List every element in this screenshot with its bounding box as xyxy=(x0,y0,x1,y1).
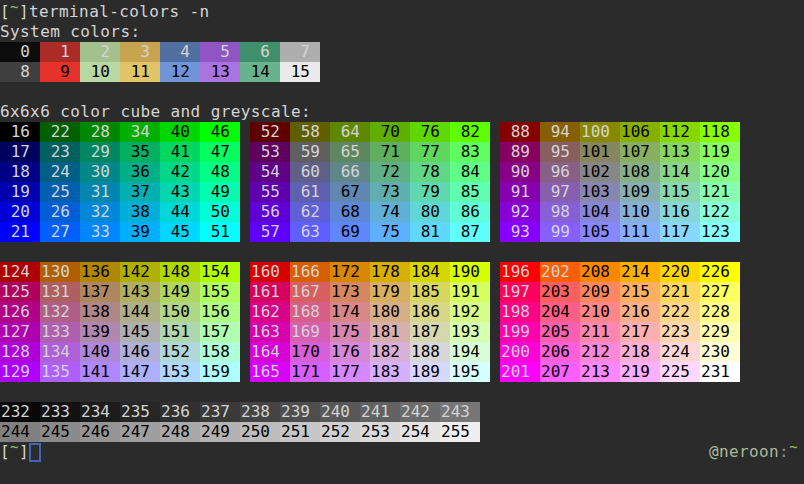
color-cell-235: 235 xyxy=(120,402,160,422)
cube-row: 125131137143149155 xyxy=(0,282,240,302)
color-cell-129: 129 xyxy=(0,362,40,382)
color-cell-210: 210 xyxy=(580,302,620,322)
color-cell-77: 77 xyxy=(410,142,450,162)
color-cell-231: 231 xyxy=(700,362,740,382)
blank-line xyxy=(0,82,804,102)
color-cell-159: 159 xyxy=(200,362,240,382)
color-cell-224: 224 xyxy=(660,342,700,362)
cube-row: 162228344046 xyxy=(0,122,240,142)
color-cell-160: 160 xyxy=(250,262,290,282)
color-cell-46: 46 xyxy=(200,122,240,142)
color-cell-61: 61 xyxy=(290,182,330,202)
color-cell-217: 217 xyxy=(620,322,660,342)
color-cell-237: 237 xyxy=(200,402,240,422)
color-cell-118: 118 xyxy=(700,122,740,142)
prompt-bracket-open: [ xyxy=(0,2,10,21)
greyscale-row: 244245246247248249250251252253254255 xyxy=(0,422,804,442)
color-cell-98: 98 xyxy=(540,202,580,222)
color-cell-196: 196 xyxy=(500,262,540,282)
color-cell-5: 5 xyxy=(200,42,240,62)
color-cell-126: 126 xyxy=(0,302,40,322)
color-cell-66: 66 xyxy=(330,162,370,182)
terminal-screen: [~]terminal-colors -n System colors: 012… xyxy=(0,0,804,484)
cube-row: 163169175181187193 xyxy=(250,322,490,342)
color-cell-39: 39 xyxy=(120,222,160,242)
command-text: terminal-colors -n xyxy=(29,2,210,21)
color-cell-29: 29 xyxy=(80,142,120,162)
cube-row: 556167737985 xyxy=(250,182,490,202)
color-cell-49: 49 xyxy=(200,182,240,202)
color-cell-155: 155 xyxy=(200,282,240,302)
color-cell-96: 96 xyxy=(540,162,580,182)
color-cell-238: 238 xyxy=(240,402,280,422)
color-cell-121: 121 xyxy=(700,182,740,202)
color-cell-195: 195 xyxy=(450,362,490,382)
cube-block: 1241301361421481541251311371431491551261… xyxy=(0,262,240,382)
color-cell-79: 79 xyxy=(410,182,450,202)
color-cell-102: 102 xyxy=(580,162,620,182)
color-cell-41: 41 xyxy=(160,142,200,162)
color-cell-106: 106 xyxy=(620,122,660,142)
cube-row: 201207213219225231 xyxy=(500,362,740,382)
color-cell-93: 93 xyxy=(500,222,540,242)
color-cell-65: 65 xyxy=(330,142,370,162)
color-cell-80: 80 xyxy=(410,202,450,222)
color-cell-181: 181 xyxy=(370,322,410,342)
color-cell-178: 178 xyxy=(370,262,410,282)
color-cell-90: 90 xyxy=(500,162,540,182)
color-cell-16: 16 xyxy=(0,122,40,142)
color-cell-141: 141 xyxy=(80,362,120,382)
cube-row: 198204210216222228 xyxy=(500,302,740,322)
color-cell-255: 255 xyxy=(440,422,480,442)
color-cell-74: 74 xyxy=(370,202,410,222)
color-cell-149: 149 xyxy=(160,282,200,302)
color-cell-253: 253 xyxy=(360,422,400,442)
color-cell-252: 252 xyxy=(320,422,360,442)
color-cell-187: 187 xyxy=(410,322,450,342)
color-cell-131: 131 xyxy=(40,282,80,302)
cube-row: 525864707682 xyxy=(250,122,490,142)
status-path: ~ xyxy=(789,439,798,455)
cube-row: 566268748086 xyxy=(250,202,490,222)
prompt-home-tilde: ~ xyxy=(10,0,19,15)
status-separator: : xyxy=(779,442,789,461)
color-cell-134: 134 xyxy=(40,342,80,362)
color-cell-21: 21 xyxy=(0,222,40,242)
color-cell-143: 143 xyxy=(120,282,160,302)
color-cell-11: 11 xyxy=(120,62,160,82)
system-colors-row: 01234567 xyxy=(0,42,804,62)
blank-line xyxy=(0,242,804,262)
color-cell-154: 154 xyxy=(200,262,240,282)
blank-line xyxy=(0,382,804,402)
color-cell-45: 45 xyxy=(160,222,200,242)
color-cell-188: 188 xyxy=(410,342,450,362)
color-cell-99: 99 xyxy=(540,222,580,242)
shell-input-line[interactable]: [~]@neroon:~ xyxy=(0,442,804,462)
cube-row: 124130136142148154 xyxy=(0,262,240,282)
color-cell-179: 179 xyxy=(370,282,410,302)
cube-row: 127133139145151157 xyxy=(0,322,240,342)
cube-row: 160166172178184190 xyxy=(250,262,490,282)
color-cell-200: 200 xyxy=(500,342,540,362)
color-cell-91: 91 xyxy=(500,182,540,202)
color-cell-233: 233 xyxy=(40,402,80,422)
color-cell-64: 64 xyxy=(330,122,370,142)
color-cell-207: 207 xyxy=(540,362,580,382)
color-cell-9: 9 xyxy=(40,62,80,82)
cube-row: 535965717783 xyxy=(250,142,490,162)
color-cell-166: 166 xyxy=(290,262,330,282)
color-cell-3: 3 xyxy=(120,42,160,62)
color-cell-2: 2 xyxy=(80,42,120,62)
color-cell-127: 127 xyxy=(0,322,40,342)
cube-row: 196202208214220226 xyxy=(500,262,740,282)
color-cell-201: 201 xyxy=(500,362,540,382)
color-cell-12: 12 xyxy=(160,62,200,82)
color-cell-191: 191 xyxy=(450,282,490,302)
color-cell-175: 175 xyxy=(330,322,370,342)
status-user: @neroon xyxy=(709,442,779,461)
cube-block: 5258647076825359657177835460667278845561… xyxy=(250,122,490,242)
cube-heading: 6x6x6 color cube and greyscale: xyxy=(0,102,804,122)
color-cell-8: 8 xyxy=(0,62,40,82)
color-cell-110: 110 xyxy=(620,202,660,222)
color-cell-164: 164 xyxy=(250,342,290,362)
